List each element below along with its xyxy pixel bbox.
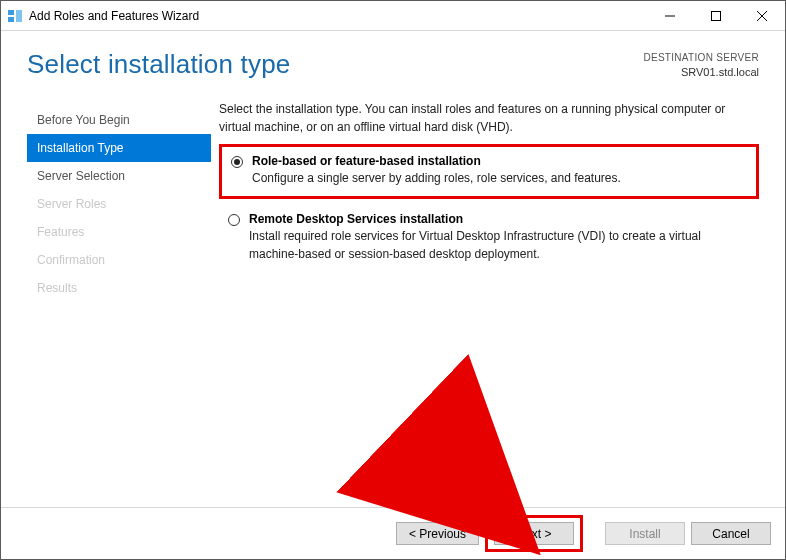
- next-button[interactable]: Next >: [494, 522, 574, 545]
- option-rds-text: Remote Desktop Services installation Ins…: [249, 211, 749, 263]
- option-role-based-text: Role-based or feature-based installation…: [252, 153, 746, 188]
- app-icon: [7, 8, 23, 24]
- maximize-button[interactable]: [693, 1, 739, 30]
- option-rds[interactable]: Remote Desktop Services installation Ins…: [219, 205, 759, 271]
- window-controls: [647, 1, 785, 30]
- option-role-based-title: Role-based or feature-based installation: [252, 153, 746, 170]
- step-features: Features: [27, 218, 211, 246]
- steps-sidebar: Before You Begin Installation Type Serve…: [1, 100, 211, 507]
- intro-text: Select the installation type. You can in…: [219, 100, 759, 136]
- minimize-button[interactable]: [647, 1, 693, 30]
- window-title: Add Roles and Features Wizard: [29, 9, 647, 23]
- previous-button[interactable]: < Previous: [396, 522, 479, 545]
- step-server-roles: Server Roles: [27, 190, 211, 218]
- svg-rect-1: [8, 17, 14, 22]
- cancel-button[interactable]: Cancel: [691, 522, 771, 545]
- destination-label: DESTINATION SERVER: [643, 51, 759, 65]
- step-before-you-begin[interactable]: Before You Begin: [27, 106, 211, 134]
- wizard-body: Before You Begin Installation Type Serve…: [1, 88, 785, 507]
- radio-role-based[interactable]: [231, 156, 243, 168]
- option-rds-title: Remote Desktop Services installation: [249, 211, 749, 228]
- step-server-selection[interactable]: Server Selection: [27, 162, 211, 190]
- option-role-based-desc: Configure a single server by adding role…: [252, 170, 746, 187]
- svg-rect-0: [8, 10, 14, 15]
- install-button: Install: [605, 522, 685, 545]
- step-results: Results: [27, 274, 211, 302]
- wizard-header: Select installation type DESTINATION SER…: [1, 31, 785, 88]
- destination-server-block: DESTINATION SERVER SRV01.std.local: [643, 51, 759, 79]
- wizard-footer: < Previous Next > Install Cancel: [1, 507, 785, 559]
- option-rds-desc: Install required role services for Virtu…: [249, 228, 749, 263]
- next-button-highlight: Next >: [485, 515, 583, 552]
- titlebar: Add Roles and Features Wizard: [1, 1, 785, 31]
- svg-rect-2: [16, 10, 22, 22]
- main-panel: Select the installation type. You can in…: [211, 100, 759, 507]
- step-installation-type[interactable]: Installation Type: [27, 134, 211, 162]
- destination-value: SRV01.std.local: [643, 65, 759, 80]
- radio-rds[interactable]: [228, 214, 240, 226]
- step-confirmation: Confirmation: [27, 246, 211, 274]
- close-button[interactable]: [739, 1, 785, 30]
- wizard-window: Add Roles and Features Wizard Select ins…: [0, 0, 786, 560]
- svg-rect-4: [712, 11, 721, 20]
- option-role-based[interactable]: Role-based or feature-based installation…: [219, 144, 759, 199]
